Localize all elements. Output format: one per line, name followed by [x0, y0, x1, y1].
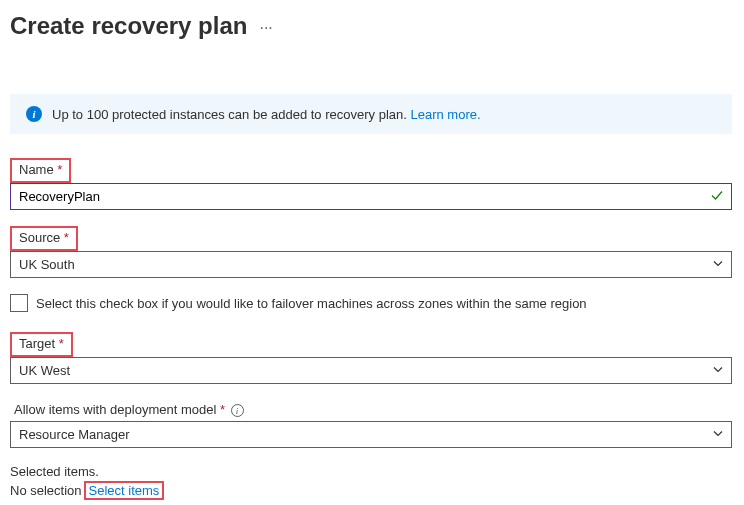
- target-label-highlight: Target *: [10, 332, 73, 357]
- more-actions-button[interactable]: ···: [259, 15, 272, 37]
- deployment-model-select[interactable]: Resource Manager: [10, 421, 732, 448]
- target-label: Target *: [15, 334, 68, 353]
- failover-zones-checkbox[interactable]: [10, 294, 28, 312]
- name-label: Name *: [15, 160, 66, 179]
- no-selection-text: No selection: [10, 483, 82, 498]
- learn-more-link[interactable]: Learn more.: [410, 107, 480, 122]
- info-text: Up to 100 protected instances can be add…: [52, 107, 481, 122]
- info-banner: i Up to 100 protected instances can be a…: [10, 94, 732, 134]
- name-label-highlight: Name *: [10, 158, 71, 183]
- source-label: Source *: [15, 228, 73, 247]
- failover-zones-label: Select this check box if you would like …: [36, 296, 587, 311]
- target-select[interactable]: UK West: [10, 357, 732, 384]
- select-items-link[interactable]: Select items: [89, 483, 160, 498]
- source-label-highlight: Source *: [10, 226, 78, 251]
- deployment-model-label: Allow items with deployment model * i: [10, 400, 248, 419]
- source-select[interactable]: UK South: [10, 251, 732, 278]
- selected-items-label: Selected items.: [10, 464, 732, 479]
- page-title: Create recovery plan: [10, 12, 247, 40]
- name-input[interactable]: [10, 183, 732, 210]
- select-items-highlight: Select items: [84, 481, 165, 500]
- info-tooltip-icon[interactable]: i: [231, 404, 244, 417]
- info-icon: i: [26, 106, 42, 122]
